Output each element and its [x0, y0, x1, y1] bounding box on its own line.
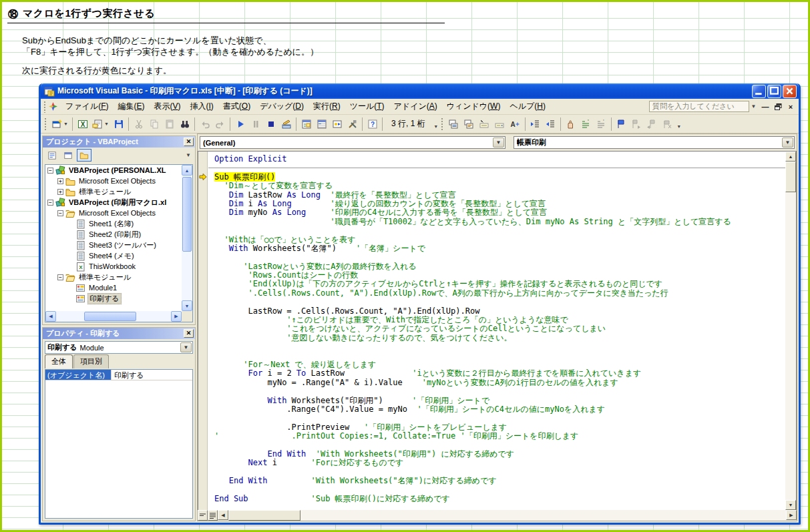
previous-bookmark-button[interactable]: [644, 116, 660, 131]
menu-window[interactable]: ウィンドウ(W): [442, 99, 505, 114]
code-window-icon[interactable]: [48, 101, 58, 111]
code-line-29[interactable]: .Range("C4").Value = myNo '「印刷用」シートのC4セル…: [214, 405, 785, 414]
find-button[interactable]: [177, 116, 192, 131]
properties-close-icon[interactable]: ✕: [184, 329, 194, 338]
project-close-icon[interactable]: ✕: [184, 138, 194, 146]
code-line-37[interactable]: End With 'With Worksheets("名簿")に対応する締めです: [214, 477, 785, 485]
minimize-button[interactable]: [752, 85, 766, 98]
collapse-icon[interactable]: −: [47, 200, 53, 206]
scroll-up-icon[interactable]: ▲: [182, 165, 192, 176]
code-line-34[interactable]: End With 'With Worksheets("印刷用") に対応する締め…: [214, 450, 785, 459]
code-line-8[interactable]: '職員番号が「T10002」などと文字も入っていたら、Dim myNo As S…: [214, 218, 785, 226]
procedure-combo[interactable]: 帳票印刷 ▼: [514, 136, 795, 149]
code-line-26[interactable]: myNo = .Range("A" & i).Value 'myNoという変数に…: [214, 378, 785, 387]
object-browser-button[interactable]: [329, 116, 345, 131]
code-text[interactable]: Option Explicit Sub 帳票印刷() 'Dim～として変数を宣言…: [208, 152, 785, 503]
code-line-20[interactable]: 'これをつけないと、アクティブになっているシートのCellということになってしま…: [214, 324, 785, 333]
collapse-icon[interactable]: −: [47, 168, 53, 174]
toggle-folders-button[interactable]: [77, 149, 91, 162]
code-line-31[interactable]: .PrintPreview '「印刷用」シートをプレビューします: [214, 423, 785, 432]
code-line-1[interactable]: Option Explicit: [214, 155, 785, 164]
code-line-13[interactable]: 'LastRowという変数にA列の最終行数を入れる: [214, 262, 785, 271]
property-name-cell[interactable]: (オブジェクト名): [45, 370, 112, 380]
code-line-25[interactable]: For i = 2 To LastRow 'iという変数に２行目から最終行までを…: [214, 369, 785, 378]
run-sub-button[interactable]: [232, 116, 248, 131]
code-scroll-up-icon[interactable]: ▲: [785, 152, 796, 162]
tree-item-module1[interactable]: Module1: [45, 282, 182, 293]
break-button[interactable]: [248, 116, 263, 131]
tree-item-excel-objects-personal[interactable]: +Microsoft Excel Objects: [45, 176, 182, 186]
procedure-view-button[interactable]: [198, 510, 208, 521]
toolbar-options-icon[interactable]: ▾: [675, 117, 683, 131]
code-line-35[interactable]: Next i 'Forに対応するものです: [214, 459, 785, 467]
uncomment-block-button[interactable]: ': [594, 116, 609, 131]
project-vertical-scrollbar[interactable]: ▲ ▼: [182, 165, 192, 311]
code-line-36[interactable]: [214, 468, 785, 477]
code-line-33[interactable]: [214, 441, 785, 450]
scroll-right-icon[interactable]: ▶: [171, 311, 182, 322]
copy-button[interactable]: [146, 116, 162, 131]
code-vscroll-thumb[interactable]: [785, 162, 796, 192]
toggle-bookmark-button[interactable]: [614, 116, 629, 131]
toolbox-button[interactable]: [345, 116, 360, 131]
tab-alphabetic[interactable]: 全体: [45, 354, 73, 368]
code-line-32[interactable]: ' .PrintOut Copies:=1, Collate:=True '「印…: [214, 432, 785, 441]
procedure-combo-dropdown-icon[interactable]: ▼: [782, 138, 793, 148]
mdi-close-button[interactable]: ×: [785, 101, 796, 111]
menu-tools[interactable]: ツール(T): [345, 99, 389, 114]
search-dropdown-icon[interactable]: ▼: [749, 101, 758, 112]
code-line-15[interactable]: 'End(xlUp)は「下の方のアクティブセルからCtrlと↑キーを押す」操作を…: [214, 280, 785, 288]
code-hscroll-thumb[interactable]: [228, 510, 300, 521]
project-vscroll-thumb[interactable]: [182, 177, 192, 252]
code-line-30[interactable]: [214, 414, 785, 423]
margin-indicator-bar[interactable]: [198, 152, 208, 510]
code-line-2[interactable]: [214, 164, 785, 172]
indent-button[interactable]: [528, 116, 543, 131]
menu-grip[interactable]: [43, 101, 46, 113]
reset-button[interactable]: [263, 116, 278, 131]
code-line-18[interactable]: LastRow = .Cells(.Rows.Count, "A").End(x…: [214, 307, 785, 316]
menu-format[interactable]: 書式(O): [218, 99, 255, 114]
undo-button[interactable]: [197, 116, 212, 131]
code-scroll-right-icon[interactable]: ▶: [786, 510, 797, 520]
code-line-27[interactable]: [214, 387, 785, 396]
scroll-left-icon[interactable]: ◀: [45, 311, 56, 322]
tab-categorized[interactable]: 項目別: [73, 354, 109, 368]
redo-button[interactable]: [212, 116, 228, 131]
code-line-12[interactable]: [214, 253, 785, 262]
view-code-button[interactable]: [45, 149, 59, 162]
code-line-38[interactable]: [214, 485, 785, 494]
code-line-23[interactable]: [214, 352, 785, 360]
paste-button[interactable]: [162, 116, 177, 131]
tree-item-sheet3[interactable]: Sheet3 (ツールバー): [45, 240, 182, 250]
view-object-button[interactable]: [61, 149, 75, 162]
toolbar-options-icon[interactable]: ▾: [432, 117, 440, 131]
collapse-icon[interactable]: −: [57, 274, 63, 280]
outdent-button[interactable]: [543, 116, 558, 131]
code-line-7[interactable]: Dim myNo As Long '印刷用のC4セルに入力する番号を「長整数型」…: [214, 208, 785, 217]
tree-item-project-personal[interactable]: −VBAProject (PERSONAL.XL: [45, 165, 182, 176]
tree-item-std-modules-personal[interactable]: +標準モジュール: [45, 186, 182, 197]
parameter-info-button[interactable]: [492, 116, 508, 131]
mdi-restore-button[interactable]: [773, 101, 783, 111]
scroll-down-icon[interactable]: ▼: [182, 300, 192, 311]
code-scroll-area[interactable]: Option Explicit Sub 帳票印刷() 'Dim～として変数を宣言…: [208, 152, 785, 510]
property-row[interactable]: (オブジェクト名) 印刷する: [45, 370, 192, 380]
code-line-21[interactable]: '意図しない動きになったりするので、気をつけてください。: [214, 334, 785, 342]
menu-edit[interactable]: 編集(E): [113, 99, 149, 114]
menu-file[interactable]: ファイル(F): [61, 99, 113, 114]
list-constants-button[interactable]: [461, 116, 477, 131]
menu-addins[interactable]: アドイン(A): [389, 99, 442, 114]
help-button[interactable]: ?: [365, 116, 380, 131]
menu-view[interactable]: 表示(V): [149, 99, 185, 114]
code-line-3[interactable]: Sub 帳票印刷(): [214, 173, 785, 182]
tree-item-std-modules-insatsuyou[interactable]: −標準モジュール: [45, 272, 182, 282]
object-combo[interactable]: (General) ▼: [200, 136, 505, 149]
next-bookmark-button[interactable]: [629, 116, 644, 131]
question-search-input[interactable]: 質問を入力してください: [649, 101, 749, 112]
tree-item-project-insatsuyou[interactable]: −VBAProject (印刷用マクロ.xl: [45, 197, 182, 208]
quick-info-button[interactable]: [477, 116, 492, 131]
code-line-10[interactable]: 'Withは「○○で」ということを表す: [214, 236, 785, 244]
tree-item-sheet4[interactable]: Sheet4 (メモ): [45, 250, 182, 261]
expand-icon[interactable]: +: [57, 178, 63, 184]
